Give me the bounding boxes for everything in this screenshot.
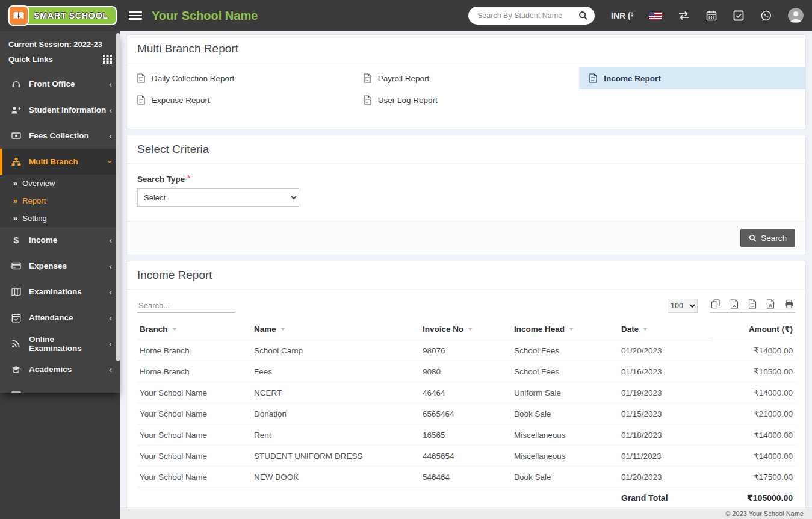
column-header-invoice-no[interactable]: Invoice No — [420, 318, 512, 340]
report-link-user-log[interactable]: User Log Report — [353, 89, 580, 111]
pdf-export-icon[interactable]: A — [766, 299, 775, 309]
chevron-left-icon: ‹ — [109, 131, 112, 140]
board-icon — [11, 391, 21, 393]
double-angle-icon: » — [13, 179, 17, 188]
column-header-amount[interactable]: Amount (₹) — [709, 318, 795, 340]
column-header-date[interactable]: Date — [619, 318, 709, 340]
sidebar-toggle-hamburger-icon[interactable] — [129, 10, 142, 21]
copyright-text: © 2023 Your School Name — [725, 510, 804, 517]
sidebar-scrollbar[interactable] — [116, 33, 120, 361]
sidebar-item-lesson-plan[interactable]: Lesson Plan ‹ — [0, 382, 120, 393]
chevron-left-icon: ‹ — [109, 391, 112, 393]
svg-text:x: x — [733, 302, 736, 308]
footer: © 2023 Your School Name — [120, 509, 812, 519]
report-link-expense[interactable]: Expense Report — [127, 89, 353, 111]
quick-links-grid-icon[interactable] — [103, 55, 112, 64]
sidebar-item-multi-branch[interactable]: Multi Branch › — [0, 149, 120, 175]
sidebar-item-student-information[interactable]: Student Information ‹ — [0, 97, 120, 123]
multi-branch-report-title: Multi Branch Report — [127, 35, 805, 63]
calendar-icon[interactable] — [706, 10, 717, 21]
file-icon — [589, 73, 597, 83]
main-content: Multi Branch Report Daily Collection Rep… — [120, 31, 812, 509]
sort-caret-icon — [468, 328, 473, 331]
calendar-check-icon — [11, 313, 21, 323]
csv-export-icon[interactable] — [748, 299, 757, 309]
user-plus-icon — [11, 105, 21, 114]
rss-icon — [11, 339, 21, 348]
grand-total-row: Grand Total ₹105000.00 — [137, 488, 795, 509]
sidebar-item-online-examinations[interactable]: Online Examinations ‹ — [0, 331, 120, 356]
chevron-left-icon: ‹ — [109, 261, 112, 270]
report-link-payroll[interactable]: Payroll Report — [353, 67, 580, 89]
logo[interactable]: SMART SCHOOL — [0, 0, 120, 31]
table-row: Your School Name Rent 16565 Miscellaneou… — [137, 424, 795, 446]
search-button[interactable]: Search — [740, 229, 795, 247]
sort-caret-icon — [643, 328, 648, 331]
chevron-down-icon: › — [106, 160, 115, 163]
column-header-name[interactable]: Name — [252, 318, 420, 340]
logo-text: SMART SCHOOL — [34, 11, 108, 20]
file-icon — [137, 73, 145, 83]
table-row: Your School Name NEW BOOK 546464 Book Sa… — [137, 467, 795, 488]
file-icon — [137, 95, 145, 105]
search-type-select[interactable]: Select — [137, 188, 299, 207]
sidebar-item-front-office[interactable]: Front Office ‹ — [0, 71, 120, 97]
table-row: Your School Name STUDENT UNIFORM DRESS 4… — [137, 446, 795, 467]
chevron-left-icon: ‹ — [109, 339, 112, 348]
column-header-branch[interactable]: Branch — [137, 318, 252, 340]
sort-caret-icon — [172, 328, 177, 331]
whatsapp-icon[interactable] — [760, 10, 772, 22]
sidebar-item-academics[interactable]: Academics ‹ — [0, 356, 120, 382]
income-report-panel: Income Report 100 x — [126, 261, 806, 509]
headset-icon — [11, 79, 21, 89]
submenu-item-overview[interactable]: » Overview — [0, 175, 120, 192]
money-icon — [11, 132, 21, 140]
submenu-item-report[interactable]: » Report — [0, 192, 120, 210]
currency-label[interactable]: INR (₹) — [611, 11, 633, 20]
copy-icon[interactable] — [711, 299, 721, 309]
quick-links-label: Quick Links — [8, 55, 53, 64]
sort-caret-icon — [569, 328, 574, 331]
column-header-income-head[interactable]: Income Head — [512, 318, 619, 340]
sidebar-item-income[interactable]: $ Income ‹ — [0, 227, 120, 253]
chevron-left-icon: ‹ — [109, 79, 112, 89]
grand-total-label: Grand Total — [619, 488, 709, 509]
table-row: Home Branch Fees 9080 School Fees 01/16/… — [137, 361, 795, 382]
sidebar-item-fees-collection[interactable]: Fees Collection ‹ — [0, 123, 120, 149]
chevron-left-icon: ‹ — [109, 313, 112, 322]
search-icon — [749, 234, 757, 242]
report-link-income[interactable]: Income Report — [579, 67, 805, 89]
file-icon — [364, 73, 371, 83]
excel-export-icon[interactable]: x — [730, 299, 739, 309]
page-size-select[interactable]: 100 — [668, 299, 698, 313]
sidebar-item-expenses[interactable]: Expenses ‹ — [0, 253, 120, 279]
double-angle-icon: » — [13, 214, 17, 223]
sidebar-menu: Current Session: 2022-23 Quick Links Fro… — [0, 31, 120, 393]
sidebar-item-examinations[interactable]: Examinations ‹ — [0, 279, 120, 305]
svg-text:A: A — [769, 302, 772, 308]
required-asterisk: * — [187, 173, 190, 184]
map-icon — [11, 287, 21, 296]
svg-text:$: $ — [13, 235, 19, 245]
sidebar: Current Session: 2022-23 Quick Links Fro… — [0, 31, 120, 519]
income-report-title: Income Report — [127, 261, 805, 290]
file-icon — [364, 95, 371, 105]
tasks-check-icon[interactable] — [733, 10, 744, 21]
table-search-input[interactable] — [137, 299, 235, 313]
top-navbar: SMART SCHOOL Your School Name INR (₹) — [0, 0, 812, 31]
print-icon[interactable] — [784, 299, 794, 309]
report-link-daily-collection[interactable]: Daily Collection Report — [127, 67, 353, 89]
chevron-left-icon: ‹ — [109, 105, 112, 114]
sidebar-item-attendance[interactable]: Attendance ‹ — [0, 305, 120, 331]
submenu-item-setting[interactable]: » Setting — [0, 210, 120, 227]
select-criteria-title: Select Criteria — [127, 135, 805, 164]
branch-switch-icon[interactable] — [678, 11, 690, 20]
student-search-input[interactable] — [477, 11, 578, 20]
search-icon[interactable] — [578, 11, 588, 20]
table-row: Your School Name NCERT 46464 Uniform Sal… — [137, 382, 795, 403]
school-name-title: Your School Name — [152, 9, 258, 23]
user-avatar[interactable] — [788, 8, 804, 23]
table-row: Your School Name Donation 6565464 Book S… — [137, 403, 795, 424]
language-flag-icon[interactable] — [649, 12, 662, 20]
student-search-box — [468, 7, 595, 25]
